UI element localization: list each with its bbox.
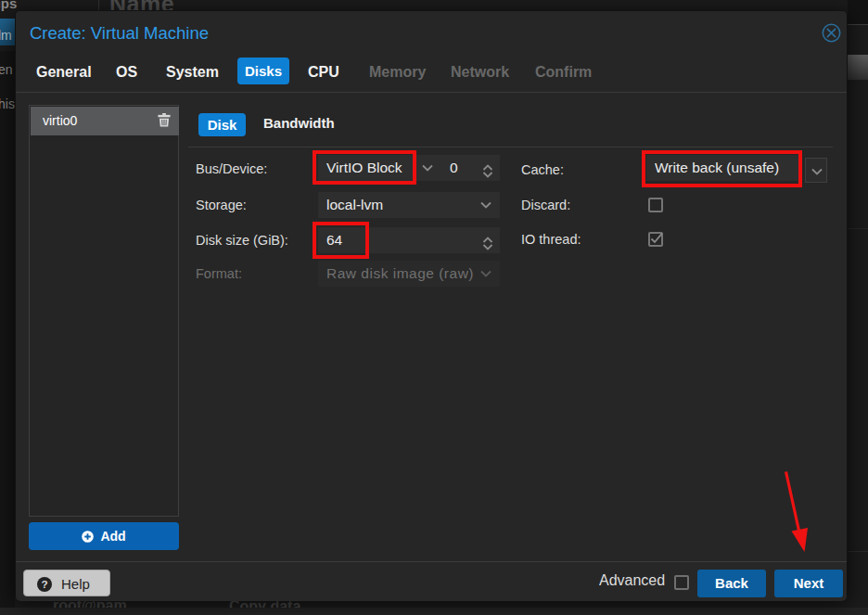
svg-text:?: ? [41, 578, 47, 590]
